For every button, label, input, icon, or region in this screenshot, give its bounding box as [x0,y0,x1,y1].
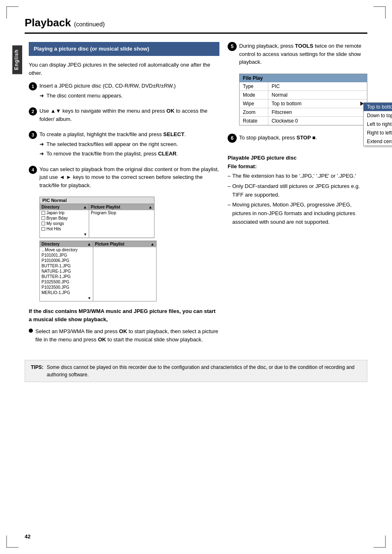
mp3-bullet-row: Select an MP3/WMA file and press OK to s… [29,327,219,343]
step-5-number: 5 [228,42,237,51]
intro-text: You can display JPEG pictures in the sel… [29,61,219,77]
dropdown-item-top-to-bottom[interactable]: Top to bottom [364,103,392,111]
jpeg-section: Playable JPEG picture disc File format: … [228,155,367,227]
left-column: Playing a picture disc (or musical slide… [29,42,219,348]
step-5-content: During playback, press TOOLS twice on th… [239,42,367,68]
dir2-file-2: P1010006.JPG [40,258,93,263]
step-1-content: Insert a JPEG picture disc (CD, CD-R/RW,… [39,82,219,101]
tips-text: Some discs cannot be played on this reco… [47,364,361,378]
dir2-file-5: BUTTER-1.JPG [40,274,93,279]
page-title: Playback (continued) [25,16,367,34]
file-play-row-wipe: Wipe Top to bottom [240,100,367,108]
step-3-content: To create a playlist, highlight the trac… [39,130,219,160]
dir2-file-6: P1025500.JPG [40,279,93,285]
file-play-row-zoom: Zoom Fitscreen [240,108,367,117]
jpeg-item-3: – Moving pictures, Motion JPEG, progress… [228,201,367,226]
step-1: 1 Insert a JPEG picture disc (CD, CD-R/R… [29,82,219,101]
step-1-arrow: ➜ The disc content menu appears. [39,92,219,100]
dir2-file-7: P1023500.JPG [40,285,93,290]
bullet-circle-icon [29,329,33,333]
mp3-section-heading: If the disc contains MP3/WMA music and J… [29,307,219,323]
jpeg-title-2: File format: [228,163,367,169]
step-5: 5 During playback, press TOOLS twice on … [228,42,367,68]
step-3-arrow-2: ➜ To remove the track/file from the play… [39,150,219,158]
dir2-file-1: P101001.JPG [40,253,93,258]
file-play-row-type: Type PIC [240,82,367,91]
file-play-row-mode: Mode Normal [240,91,367,100]
step-6: 6 To stop playback, press STOP ■. [228,134,367,149]
directory-item-japan: Japan trip [40,210,89,216]
dir2-file-4: NATURE-1.JPG [40,269,93,274]
jpeg-list: – The file extension has to be '.JPG,' '… [228,172,367,227]
mp3-bullet-text: Select an MP3/WMA file and press OK to s… [35,327,219,343]
step-2-number: 2 [29,107,37,116]
file-play-row-rotate: Rotate Clockwise 0 [240,117,367,125]
dropdown-item-right-to-left[interactable]: Right to left [364,129,392,137]
right-column: 5 During playback, press TOOLS twice on … [228,42,367,348]
jpeg-item-1: – The file extension has to be '.JPG,' '… [228,172,367,181]
page-number: 42 [25,533,30,540]
step-6-number: 6 [228,134,237,143]
playlist2-header: Picture Playlist ▲ [93,241,156,247]
pic-normal-ui: PIC Normal Directory ▲ Japan trip [39,197,154,238]
step-4-number: 4 [29,166,37,174]
file-play-header: File Play [240,74,367,82]
step-2-content: Use ▲▼ keys to navigate within the menu … [39,107,219,125]
step-6-content: To stop playback, press STOP ■. [239,134,367,144]
dropdown-item-left-to-right[interactable]: Left to right [364,120,392,129]
step-4-content: You can select to playback from the orig… [39,165,219,191]
step-2: 2 Use ▲▼ keys to navigate within the men… [29,107,219,125]
step-4: 4 You can select to playback from the or… [29,165,219,191]
step-3-number: 3 [29,131,37,139]
dir2-header: Directory ▲ [40,241,93,247]
step-3: 3 To create a playlist, highlight the tr… [29,130,219,160]
jpeg-title-1: Playable JPEG picture disc [228,155,367,161]
pic-normal-title: PIC Normal [40,197,154,204]
language-tab: English [12,45,22,74]
directory-pane-header: Directory ▲ [40,204,89,210]
directory-item-mysongs: My songs [40,221,89,226]
dropdown-item-down-to-top[interactable]: Down to top [364,111,392,120]
section-header: Playing a picture disc (or musical slide… [29,42,219,56]
tips-label: TIPS: [31,364,44,378]
playlist-program-stop: Program Stop [89,210,154,216]
expanded-ui: Directory ▲ ...Move up directory P101001… [39,241,157,301]
dir2-file-3: BUTTER-1.JPG [40,263,93,269]
directory-item-bryan: Bryan Bday [40,216,89,221]
playlist-pane-header: Picture Playlist ▲ [89,204,154,210]
dir2-moveup: ...Move up directory [40,247,93,253]
tips-box: TIPS: Some discs cannot be played on thi… [25,360,367,382]
step-1-number: 1 [29,82,37,90]
jpeg-item-2: – Only DCF-standard still pictures or JP… [228,182,367,199]
directory-item-hothits: Hot Hits [40,226,89,232]
dir2-file-8: MERLIO-1.JPG [40,290,93,295]
dropdown-item-extend-center[interactable]: Extend center V. [364,137,392,146]
file-play-table: File Play Type PIC Mode Normal Wipe Top … [239,74,367,125]
step-3-arrow-1: ➜ The selected tracks/files will appear … [39,140,219,148]
wipe-dropdown-menu: Top to bottom Down to top Left to right … [363,102,392,146]
